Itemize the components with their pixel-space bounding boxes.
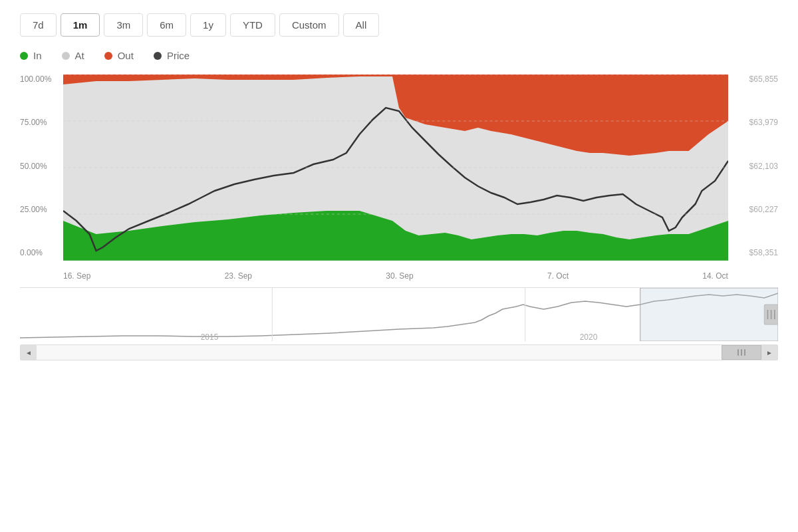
x-label-2: 30. Sep [386, 271, 413, 281]
legend-label-at: At [75, 50, 84, 61]
y-right-label-3: $60,227 [728, 205, 778, 214]
legend-label-out: Out [118, 50, 134, 61]
y-right-label-2: $62,103 [728, 162, 778, 171]
x-label-1: 23. Sep [225, 271, 252, 281]
y-left-label-1: 75.00% [20, 118, 63, 127]
nav-label-0: 2015 [201, 332, 219, 342]
legend-item-in: In [20, 50, 42, 61]
time-btn-3m[interactable]: 3m [104, 13, 143, 37]
scrollbar-track [37, 345, 761, 360]
y-axis-right: $65,855$63,979$62,103$60,227$58,351 [728, 74, 778, 261]
y-right-label-0: $65,855 [728, 74, 778, 84]
time-btn-6m[interactable]: 6m [147, 13, 186, 37]
navigator-labels: 20152020 [20, 332, 778, 342]
time-btn-custom[interactable]: Custom [279, 13, 339, 37]
time-btn-all[interactable]: All [343, 13, 380, 37]
chart-wrapper: 100.00%75.00%50.00%25.00%0.00% $65,855$6… [20, 74, 778, 360]
legend-label-price: Price [167, 50, 190, 61]
grip-line-2 [741, 349, 742, 356]
time-btn-ytd[interactable]: YTD [230, 13, 275, 37]
time-range-selector: 7d1m3m6m1yYTDCustomAll [20, 13, 778, 37]
nav-label-1: 2020 [580, 332, 598, 342]
legend-item-out: Out [104, 50, 134, 61]
main-chart: 100.00%75.00%50.00%25.00%0.00% $65,855$6… [20, 74, 778, 281]
y-right-label-1: $63,979 [728, 118, 778, 127]
chart-legend: InAtOutPrice [20, 50, 778, 61]
y-left-label-2: 50.00% [20, 162, 63, 171]
time-btn-1m[interactable]: 1m [61, 13, 100, 37]
y-left-label-0: 100.00% [20, 74, 63, 84]
y-left-label-3: 25.00% [20, 205, 63, 214]
x-label-0: 16. Sep [63, 271, 90, 281]
navigator: 20152020 ◄ ► [20, 287, 778, 360]
x-label-3: 7. Oct [547, 271, 569, 281]
time-btn-7d[interactable]: 7d [20, 13, 57, 37]
time-btn-1y[interactable]: 1y [190, 13, 226, 37]
legend-dot-price [154, 52, 162, 60]
y-right-label-4: $58,351 [728, 248, 778, 257]
x-axis: 16. Sep23. Sep30. Sep7. Oct14. Oct [63, 264, 728, 281]
y-left-label-4: 0.00% [20, 248, 63, 257]
scrollbar-thumb[interactable] [722, 345, 761, 360]
scroll-left-button[interactable]: ◄ [21, 345, 37, 360]
legend-dot-at [62, 52, 70, 60]
scrollbar-thumb-handle [737, 349, 745, 356]
chart-svg-container [63, 74, 728, 261]
legend-label-in: In [33, 50, 42, 61]
main-container: 7d1m3m6m1yYTDCustomAll InAtOutPrice 100.… [0, 0, 798, 367]
chart-svg [63, 74, 728, 261]
grip-line-1 [737, 349, 739, 356]
y-axis-left: 100.00%75.00%50.00%25.00%0.00% [20, 74, 63, 261]
scrollbar[interactable]: ◄ ► [20, 344, 778, 360]
legend-dot-in [20, 52, 28, 60]
scroll-right-button[interactable]: ► [761, 345, 777, 360]
legend-dot-out [104, 52, 112, 60]
legend-item-at: At [62, 50, 84, 61]
x-label-4: 14. Oct [702, 271, 728, 281]
grip-line-3 [744, 349, 745, 356]
legend-item-price: Price [154, 50, 190, 61]
